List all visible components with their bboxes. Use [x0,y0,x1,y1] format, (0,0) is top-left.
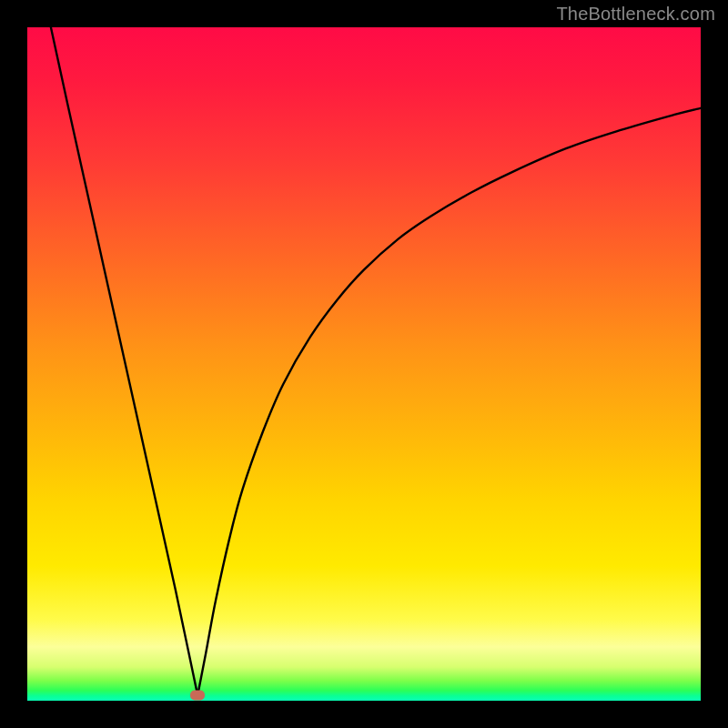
chart-frame: TheBottleneck.com [0,0,728,728]
minimum-marker [190,691,205,701]
watermark-text: TheBottleneck.com [556,4,715,25]
background-gradient [27,27,701,701]
plot-area [27,27,701,701]
